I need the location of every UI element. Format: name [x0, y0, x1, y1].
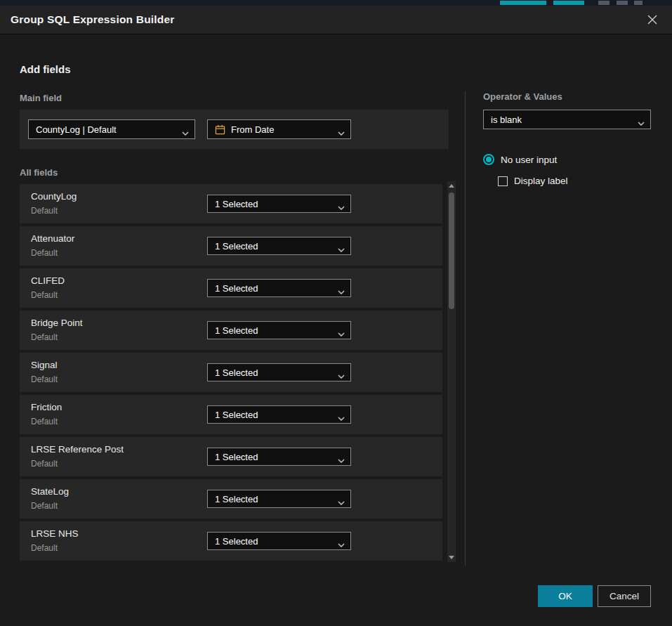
scrollbar-thumb[interactable]: [449, 193, 454, 309]
field-row: LRSE Reference Post Default 1 Selected: [20, 437, 442, 476]
field-selected-dropdown[interactable]: 1 Selected: [207, 279, 351, 297]
screen: Group SQL Expression Builder Add fields …: [0, 0, 672, 626]
field-row: CountyLog Default 1 Selected: [20, 184, 442, 223]
main-field-label: Main field: [20, 93, 62, 103]
field-row: StateLog Default 1 Selected: [20, 479, 442, 519]
field-selected-value: 1 Selected: [215, 325, 258, 336]
backdrop-link-fragment: [500, 1, 546, 5]
field-name: Signal: [31, 360, 58, 370]
display-label-checkbox[interactable]: Display label: [498, 176, 568, 186]
chevron-down-icon: [338, 244, 345, 254]
backdrop-icon-fragment: [634, 1, 643, 5]
field-row: LRSE NHS Default 1 Selected: [20, 521, 442, 561]
field-row: Bridge Point Default 1 Selected: [20, 311, 442, 350]
chevron-down-icon: [338, 202, 345, 212]
field-subtitle: Default: [31, 501, 58, 511]
chevron-down-icon: [182, 127, 189, 138]
add-fields-heading: Add fields: [20, 63, 71, 75]
field-subtitle: Default: [31, 543, 58, 553]
operator-value: is blank: [491, 115, 522, 125]
field-selected-value: 1 Selected: [215, 452, 258, 462]
field-row: Signal Default 1 Selected: [20, 353, 442, 392]
field-subtitle: Default: [31, 206, 58, 216]
field-selected-value: 1 Selected: [215, 536, 258, 547]
field-selected-value: 1 Selected: [215, 199, 258, 209]
ok-button[interactable]: OK: [538, 585, 593, 607]
chevron-down-icon: [338, 455, 345, 465]
field-name: Attenuator: [31, 233, 74, 244]
field-subtitle: Default: [31, 374, 58, 384]
operator-dropdown[interactable]: is blank: [483, 110, 651, 129]
chevron-down-icon: [338, 370, 345, 381]
background-app-strip: [0, 0, 672, 6]
main-field-field-dropdown[interactable]: From Date: [207, 119, 351, 139]
group-sql-expression-builder-dialog: Group SQL Expression Builder Add fields …: [0, 6, 672, 626]
field-selected-dropdown[interactable]: 1 Selected: [207, 237, 351, 255]
field-subtitle: Default: [31, 332, 58, 342]
field-selected-dropdown[interactable]: 1 Selected: [207, 195, 351, 213]
field-row: Friction Default 1 Selected: [20, 395, 442, 434]
main-field-panel: CountyLog | Default From Date: [20, 110, 449, 149]
field-name: LRSE Reference Post: [31, 444, 124, 455]
chevron-down-icon: [338, 328, 345, 339]
field-selected-dropdown[interactable]: 1 Selected: [207, 448, 351, 466]
backdrop-link-fragment: [553, 1, 584, 5]
field-selected-value: 1 Selected: [215, 367, 258, 378]
chevron-down-icon: [338, 412, 345, 423]
calendar-icon: [215, 124, 225, 135]
field-row: CLIFED Default 1 Selected: [20, 268, 442, 308]
chevron-down-icon: [338, 286, 345, 296]
field-selected-dropdown[interactable]: 1 Selected: [207, 405, 351, 424]
field-subtitle: Default: [31, 248, 58, 258]
main-field-source-dropdown[interactable]: CountyLog | Default: [28, 119, 195, 139]
chevron-down-icon: [338, 539, 345, 549]
field-subtitle: Default: [31, 290, 58, 300]
field-selected-value: 1 Selected: [215, 494, 258, 504]
field-name: CountyLog: [31, 191, 77, 202]
all-fields-list: CountyLog Default 1 Selected Attenuator …: [20, 184, 442, 561]
close-icon[interactable]: [643, 11, 661, 29]
field-selected-dropdown[interactable]: 1 Selected: [207, 490, 351, 508]
field-subtitle: Default: [31, 459, 58, 469]
scrollbar-down-icon[interactable]: [449, 556, 454, 559]
checkbox-unchecked-icon: [498, 176, 508, 186]
field-name: Friction: [31, 402, 62, 412]
chevron-down-icon: [338, 127, 345, 138]
field-selected-dropdown[interactable]: 1 Selected: [207, 321, 351, 339]
no-user-input-radio[interactable]: No user input: [483, 154, 557, 165]
panel-divider: [465, 91, 466, 566]
scrollbar-up-icon[interactable]: [449, 184, 454, 188]
radio-selected-icon: [483, 154, 494, 165]
cancel-button[interactable]: Cancel: [598, 585, 651, 607]
dialog-title: Group SQL Expression Builder: [11, 13, 175, 26]
dialog-titlebar: Group SQL Expression Builder: [0, 6, 672, 34]
field-row: Attenuator Default 1 Selected: [20, 226, 442, 266]
field-name: CLIFED: [31, 275, 65, 286]
field-name: Bridge Point: [31, 318, 83, 328]
field-selected-value: 1 Selected: [215, 410, 258, 420]
chevron-down-icon: [338, 497, 345, 507]
field-selected-dropdown[interactable]: 1 Selected: [207, 363, 351, 382]
field-name: LRSE NHS: [31, 528, 79, 539]
main-field-source-value: CountyLog | Default: [36, 124, 117, 135]
all-fields-label: All fields: [20, 167, 58, 178]
field-selected-value: 1 Selected: [215, 283, 258, 294]
backdrop-icon-fragment: [617, 1, 628, 5]
main-field-field-value: From Date: [231, 124, 274, 135]
field-selected-dropdown[interactable]: 1 Selected: [207, 532, 351, 550]
radio-label: No user input: [501, 155, 557, 165]
chevron-down-icon: [638, 117, 645, 128]
operator-values-label: Operator & Values: [483, 91, 562, 102]
field-name: StateLog: [31, 486, 69, 497]
checkbox-label: Display label: [514, 176, 568, 186]
field-subtitle: Default: [31, 417, 58, 426]
backdrop-icon-fragment: [598, 1, 610, 5]
field-selected-value: 1 Selected: [215, 241, 258, 252]
fields-scrollbar[interactable]: [447, 181, 456, 562]
